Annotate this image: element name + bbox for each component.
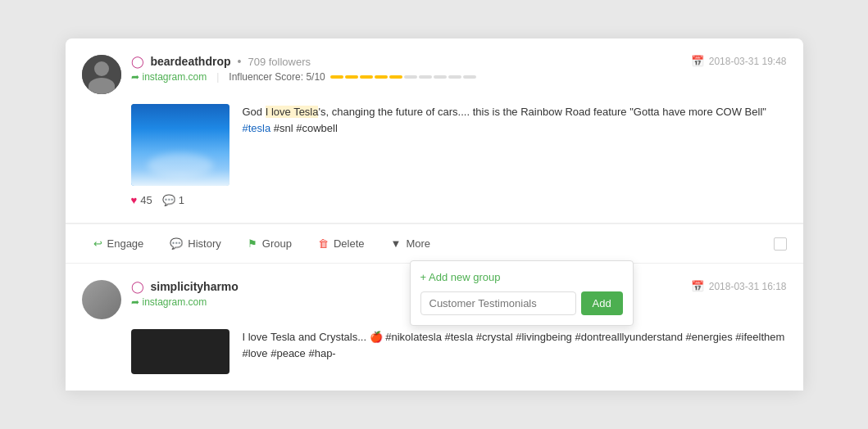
more-label: More: [406, 237, 430, 250]
post-text-highlight: I love Tesla: [266, 106, 319, 118]
post-date-2: 📅 2018-03-31 16:18: [691, 280, 787, 292]
add-group-button[interactable]: Add: [581, 291, 623, 315]
username-2: simplicityharmo: [151, 280, 239, 293]
score-seg-5: [389, 75, 402, 79]
comments-stat: 💬 1: [162, 194, 184, 206]
heart-icon: ♥: [131, 194, 138, 206]
dropdown-input-row: Add: [420, 291, 623, 315]
user-info-1: ◯ beardeathdrop • 709 followers ➦ instag…: [131, 55, 476, 83]
dropdown-popup: + Add new group Add: [410, 260, 634, 326]
post-text-2: I love Tesla and Crystals... 🍎 #nikolate…: [243, 329, 787, 374]
post-hashtag-tesla: #tesla: [243, 122, 271, 134]
likes-count: 45: [140, 194, 152, 206]
more-button[interactable]: ▼ More: [379, 233, 443, 255]
group-button[interactable]: ⚑ Group: [236, 233, 303, 255]
source-link-text-2: instagram.com: [143, 296, 207, 308]
score-seg-2: [345, 75, 358, 79]
date-text-1: 2018-03-31 19:48: [709, 56, 787, 67]
action-bar: ↩ Engage 💬 History ⚑ Group 🗑 Delete ▼ Mo…: [66, 224, 803, 264]
score-bar-1: [330, 75, 476, 79]
post-stats-1: ♥ 45 💬 1: [82, 194, 787, 206]
score-seg-7: [419, 75, 432, 79]
influencer-score-label-1: Influencer Score: 5/10: [229, 71, 325, 83]
score-seg-8: [434, 75, 447, 79]
engage-icon: ↩: [93, 237, 102, 250]
source-link-2[interactable]: ➦ instagram.com: [131, 296, 207, 308]
comments-count: 1: [179, 194, 184, 206]
delete-button[interactable]: 🗑 Delete: [307, 233, 376, 255]
post-image-2: [131, 329, 229, 374]
followers-count-1: 709 followers: [248, 56, 311, 68]
engage-button[interactable]: ↩ Engage: [82, 233, 156, 255]
history-button[interactable]: 💬 History: [158, 233, 232, 255]
score-seg-3: [360, 75, 373, 79]
delete-icon: 🗑: [318, 237, 329, 250]
instagram-icon-2: ◯: [131, 280, 144, 293]
chevron-down-icon: ▼: [391, 237, 402, 250]
source-link-1[interactable]: ➦ instagram.com: [131, 71, 207, 83]
post-header-1: ◯ beardeathdrop • 709 followers ➦ instag…: [82, 55, 787, 94]
post-text-end: #snl #cowbell: [270, 122, 338, 134]
user-meta-row-2: ➦ instagram.com: [131, 296, 239, 308]
group-name-input[interactable]: [420, 291, 576, 315]
history-icon: 💬: [170, 237, 183, 250]
post-content-1: God I love Tesla's, changing the future …: [82, 104, 787, 186]
influencer-score-1: Influencer Score: 5/10: [229, 71, 475, 83]
post-image-inner-1: [131, 104, 229, 186]
instagram-icon: ◯: [131, 55, 144, 68]
engage-label: Engage: [107, 237, 144, 250]
score-seg-4: [375, 75, 388, 79]
group-label: Group: [262, 237, 292, 250]
user-info-2: ◯ simplicityharmo ➦ instagram.com: [131, 280, 239, 308]
date-text-2: 2018-03-31 16:18: [709, 281, 787, 292]
post-checkbox[interactable]: [774, 237, 787, 251]
post-text-1: God I love Tesla's, changing the future …: [243, 104, 787, 186]
calendar-icon-2: 📅: [691, 280, 704, 292]
dot-separator: •: [238, 55, 242, 68]
post-content-2: I love Tesla and Crystals... 🍎 #nikolate…: [82, 329, 787, 374]
share-icon: ➦: [131, 71, 139, 83]
post-header-left: ◯ beardeathdrop • 709 followers ➦ instag…: [82, 55, 476, 94]
likes-stat: ♥ 45: [131, 194, 152, 206]
post-card-1: ◯ beardeathdrop • 709 followers ➦ instag…: [66, 38, 803, 224]
score-seg-10: [463, 75, 476, 79]
user-meta-row-1: ➦ instagram.com | Influencer Score: 5/10: [131, 71, 476, 83]
delete-label: Delete: [334, 237, 365, 250]
post-date-1: 📅 2018-03-31 19:48: [691, 55, 787, 67]
calendar-icon-1: 📅: [691, 55, 704, 67]
post-text-before: God: [243, 106, 266, 118]
checkbox-area: [774, 237, 787, 251]
group-icon: ⚑: [248, 237, 257, 250]
comment-icon: 💬: [162, 194, 175, 206]
avatar-2: [82, 280, 121, 319]
user-name-row-2: ◯ simplicityharmo: [131, 280, 239, 293]
share-icon-2: ➦: [131, 296, 139, 308]
divider-1: |: [216, 71, 219, 83]
source-link-text-1: instagram.com: [143, 71, 207, 83]
score-seg-1: [330, 75, 343, 79]
avatar-1: [82, 55, 121, 94]
post-header-left-2: ◯ simplicityharmo ➦ instagram.com: [82, 280, 239, 319]
score-seg-6: [404, 75, 417, 79]
post-image-1: [131, 104, 229, 186]
username-1: beardeathdrop: [151, 55, 231, 68]
user-name-row: ◯ beardeathdrop • 709 followers: [131, 55, 476, 68]
score-seg-9: [448, 75, 461, 79]
post-text-after: 's, changing the future of cars.... this…: [318, 106, 766, 118]
main-container: ◯ beardeathdrop • 709 followers ➦ instag…: [66, 38, 803, 391]
history-label: History: [188, 237, 220, 250]
add-new-group-label[interactable]: + Add new group: [420, 271, 623, 283]
